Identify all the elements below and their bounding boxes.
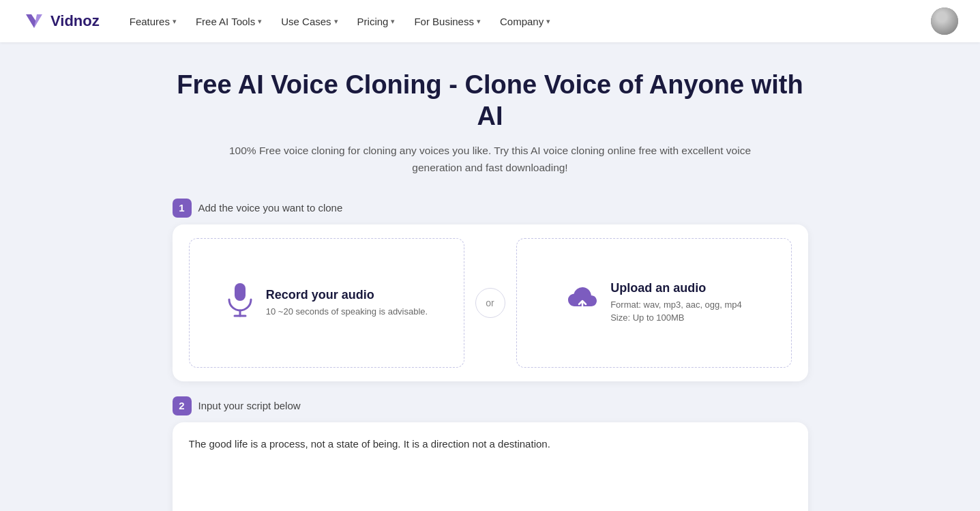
step2-badge: 2 — [173, 396, 192, 415]
step1-text: Add the voice you want to clone — [198, 202, 343, 214]
nav-item-free-ai-tools[interactable]: Free AI Tools ▾ — [188, 10, 270, 33]
main-content: Free AI Voice Cloning - Clone Voice of A… — [156, 42, 825, 511]
microphone-icon — [225, 282, 255, 323]
nav-item-company[interactable]: Company ▾ — [492, 10, 559, 33]
script-card: 🇺🇸 English(US) ▾ Speed 1.0 x 86/1000 — [173, 422, 808, 511]
navbar: Vidnoz Features ▾ Free AI Tools ▾ Use Ca… — [0, 0, 980, 42]
record-title: Record your audio — [266, 288, 428, 302]
svg-rect-0 — [235, 283, 246, 301]
script-input[interactable] — [189, 436, 792, 511]
chevron-down-icon: ▾ — [334, 17, 338, 26]
nav-items: Features ▾ Free AI Tools ▾ Use Cases ▾ P… — [121, 10, 931, 33]
audio-options: Record your audio 10 ~20 seconds of spea… — [189, 238, 792, 368]
page-title: Free AI Voice Cloning - Clone Voice of A… — [173, 70, 808, 132]
step1-label: 1 Add the voice you want to clone — [173, 199, 808, 218]
record-audio-option[interactable]: Record your audio 10 ~20 seconds of spea… — [189, 238, 464, 368]
chevron-down-icon: ▾ — [258, 17, 262, 26]
page-subtitle: 100% Free voice cloning for cloning any … — [224, 143, 756, 177]
upload-size: Size: Up to 100MB — [610, 311, 742, 325]
logo-text: Vidnoz — [50, 12, 100, 30]
chevron-down-icon: ▾ — [391, 17, 395, 26]
chevron-down-icon: ▾ — [546, 17, 550, 26]
chevron-down-icon: ▾ — [477, 17, 481, 26]
step2-text: Input your script below — [198, 400, 301, 411]
upload-format: Format: wav, mp3, aac, ogg, mp4 — [610, 298, 742, 312]
avatar-image — [931, 8, 958, 35]
upload-cloud-icon — [565, 284, 599, 321]
upload-audio-option[interactable]: Upload an audio Format: wav, mp3, aac, o… — [516, 238, 792, 368]
audio-card: Record your audio 10 ~20 seconds of spea… — [173, 224, 808, 381]
user-avatar[interactable] — [931, 8, 958, 35]
step1-badge: 1 — [173, 199, 192, 218]
nav-item-use-cases[interactable]: Use Cases ▾ — [273, 10, 346, 33]
nav-item-for-business[interactable]: For Business ▾ — [406, 10, 489, 33]
chevron-down-icon: ▾ — [173, 17, 177, 26]
upload-title: Upload an audio — [610, 281, 742, 295]
record-desc: 10 ~20 seconds of speaking is advisable. — [266, 305, 428, 319]
step2-label: 2 Input your script below — [173, 396, 808, 415]
logo-link[interactable]: Vidnoz — [22, 9, 100, 33]
nav-item-pricing[interactable]: Pricing ▾ — [349, 10, 404, 33]
or-divider: or — [475, 288, 505, 318]
nav-item-features[interactable]: Features ▾ — [121, 10, 185, 33]
logo-icon — [22, 9, 46, 33]
